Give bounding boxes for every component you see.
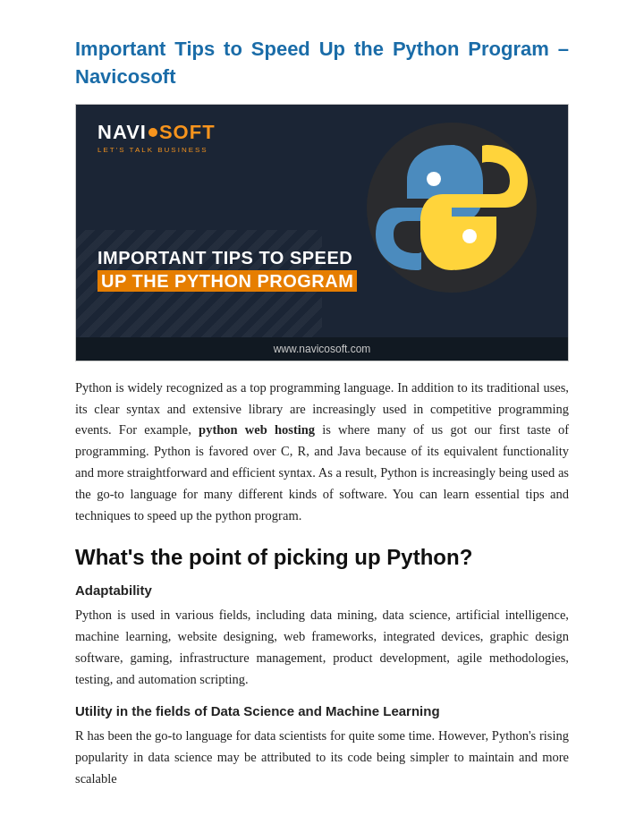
intro-text-part2: is where many of us got our first taste …	[75, 422, 569, 523]
hero-image-container: NAVI SOFT LET'S TALK BUSINESS	[75, 104, 569, 361]
hero-main-text: IMPORTANT TIPS TO SPEED UP THE PYTHON PR…	[97, 246, 371, 293]
hero-line1: IMPORTANT TIPS TO SPEED	[97, 246, 371, 269]
logo-tagline: LET'S TALK BUSINESS	[97, 146, 216, 154]
article-title: Important Tips to Speed Up the Python Pr…	[75, 36, 569, 91]
hero-line2: UP THE PYTHON PROGRAM	[97, 269, 371, 293]
svg-point-1	[427, 172, 441, 186]
bold-link: python web hosting	[199, 422, 315, 437]
hero-footer: www.navicosoft.com	[76, 337, 568, 361]
logo-area: NAVI SOFT LET'S TALK BUSINESS	[97, 121, 216, 154]
sub2-paragraph: R has been the go-to language for data s…	[75, 726, 569, 790]
hero-footer-url: www.navicosoft.com	[274, 343, 371, 355]
hero-line2-highlight: UP THE PYTHON PROGRAM	[97, 270, 357, 292]
sub1-heading: Adaptability	[75, 582, 569, 598]
sub2-heading: Utility in the fields of Data Science an…	[75, 703, 569, 718]
python-logo	[362, 118, 541, 297]
section1-heading: What's the point of picking up Python?	[75, 545, 569, 570]
intro-paragraph: Python is widely recognized as a top pro…	[75, 378, 569, 527]
logo-text: NAVI SOFT	[97, 121, 216, 144]
logo-soft: SOFT	[159, 121, 216, 144]
logo-dot-icon	[148, 128, 157, 137]
hero-text-area: IMPORTANT TIPS TO SPEED UP THE PYTHON PR…	[97, 246, 371, 293]
hero-image: NAVI SOFT LET'S TALK BUSINESS	[76, 105, 568, 337]
logo-navi: NAVI	[97, 121, 147, 144]
svg-point-2	[462, 229, 477, 243]
sub1-paragraph: Python is used in various fields, includ…	[75, 605, 569, 691]
